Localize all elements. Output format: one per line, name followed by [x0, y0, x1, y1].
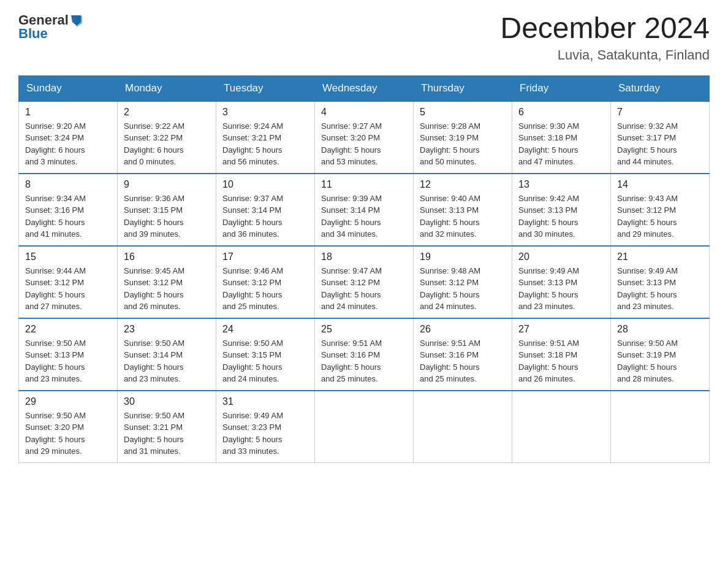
day-info: Sunrise: 9:36 AMSunset: 3:15 PMDaylight:…: [124, 194, 184, 239]
day-info: Sunrise: 9:50 AMSunset: 3:20 PMDaylight:…: [25, 411, 86, 456]
day-info: Sunrise: 9:49 AMSunset: 3:13 PMDaylight:…: [617, 266, 678, 312]
day-info: Sunrise: 9:50 AMSunset: 3:13 PMDaylight:…: [25, 339, 86, 384]
day-info: Sunrise: 9:50 AMSunset: 3:14 PMDaylight:…: [124, 339, 184, 384]
weekday-header-friday: Friday: [512, 75, 611, 101]
calendar-cell: 20 Sunrise: 9:49 AMSunset: 3:13 PMDaylig…: [512, 246, 611, 318]
day-info: Sunrise: 9:50 AMSunset: 3:15 PMDaylight:…: [222, 339, 283, 384]
day-number: 12: [420, 179, 506, 190]
day-number: 23: [124, 324, 210, 335]
svg-marker-1: [77, 16, 82, 27]
location-title: Luvia, Satakunta, Finland: [500, 47, 710, 63]
calendar-week-row: 15 Sunrise: 9:44 AMSunset: 3:12 PMDaylig…: [19, 246, 710, 318]
day-info: Sunrise: 9:47 AMSunset: 3:12 PMDaylight:…: [321, 266, 382, 312]
calendar-cell: 30 Sunrise: 9:50 AMSunset: 3:21 PMDaylig…: [118, 391, 216, 463]
calendar-cell: 11 Sunrise: 9:39 AMSunset: 3:14 PMDaylig…: [315, 174, 414, 246]
weekday-header-wednesday: Wednesday: [315, 75, 414, 101]
weekday-header-sunday: Sunday: [19, 75, 118, 101]
calendar-cell: 15 Sunrise: 9:44 AMSunset: 3:12 PMDaylig…: [19, 246, 118, 318]
calendar-cell: 17 Sunrise: 9:46 AMSunset: 3:12 PMDaylig…: [216, 246, 315, 318]
calendar-cell: 26 Sunrise: 9:51 AMSunset: 3:16 PMDaylig…: [414, 318, 512, 391]
calendar-cell: 19 Sunrise: 9:48 AMSunset: 3:12 PMDaylig…: [414, 246, 512, 318]
day-info: Sunrise: 9:49 AMSunset: 3:23 PMDaylight:…: [222, 411, 283, 456]
calendar-cell: 16 Sunrise: 9:45 AMSunset: 3:12 PMDaylig…: [118, 246, 216, 318]
day-number: 3: [222, 107, 308, 118]
day-number: 24: [222, 324, 308, 335]
calendar-cell: 12 Sunrise: 9:40 AMSunset: 3:13 PMDaylig…: [414, 174, 512, 246]
calendar-cell: 3 Sunrise: 9:24 AMSunset: 3:21 PMDayligh…: [216, 101, 315, 174]
day-info: Sunrise: 9:51 AMSunset: 3:16 PMDaylight:…: [321, 339, 382, 384]
calendar-cell: 6 Sunrise: 9:30 AMSunset: 3:18 PMDayligh…: [512, 101, 611, 174]
calendar-week-row: 22 Sunrise: 9:50 AMSunset: 3:13 PMDaylig…: [19, 318, 710, 391]
day-number: 31: [222, 396, 308, 407]
day-info: Sunrise: 9:50 AMSunset: 3:21 PMDaylight:…: [124, 411, 184, 456]
calendar-cell: 24 Sunrise: 9:50 AMSunset: 3:15 PMDaylig…: [216, 318, 315, 391]
logo-text-blue: Blue: [18, 26, 48, 42]
day-number: 13: [518, 179, 604, 190]
page-header: General Blue December 2024 Luvia, Sataku…: [18, 12, 710, 63]
calendar-cell: 5 Sunrise: 9:28 AMSunset: 3:19 PMDayligh…: [414, 101, 512, 174]
day-info: Sunrise: 9:22 AMSunset: 3:22 PMDaylight:…: [124, 121, 184, 167]
calendar-cell: 10 Sunrise: 9:37 AMSunset: 3:14 PMDaylig…: [216, 174, 315, 246]
day-number: 1: [25, 107, 111, 118]
day-info: Sunrise: 9:20 AMSunset: 3:24 PMDaylight:…: [25, 121, 86, 167]
calendar-week-row: 1 Sunrise: 9:20 AMSunset: 3:24 PMDayligh…: [19, 101, 710, 174]
day-info: Sunrise: 9:24 AMSunset: 3:21 PMDaylight:…: [222, 121, 283, 167]
day-number: 20: [518, 251, 604, 262]
calendar-cell: 2 Sunrise: 9:22 AMSunset: 3:22 PMDayligh…: [118, 101, 216, 174]
day-info: Sunrise: 9:42 AMSunset: 3:13 PMDaylight:…: [518, 194, 579, 239]
calendar-cell: 21 Sunrise: 9:49 AMSunset: 3:13 PMDaylig…: [611, 246, 710, 318]
title-block: December 2024 Luvia, Satakunta, Finland: [500, 12, 710, 63]
weekday-header-row: SundayMondayTuesdayWednesdayThursdayFrid…: [19, 75, 710, 101]
day-info: Sunrise: 9:45 AMSunset: 3:12 PMDaylight:…: [124, 266, 184, 312]
day-info: Sunrise: 9:49 AMSunset: 3:13 PMDaylight:…: [518, 266, 579, 312]
day-info: Sunrise: 9:34 AMSunset: 3:16 PMDaylight:…: [25, 194, 86, 239]
day-info: Sunrise: 9:37 AMSunset: 3:14 PMDaylight:…: [222, 194, 283, 239]
logo: General Blue: [18, 12, 83, 42]
weekday-header-saturday: Saturday: [611, 75, 710, 101]
calendar-cell: 7 Sunrise: 9:32 AMSunset: 3:17 PMDayligh…: [611, 101, 710, 174]
day-number: 30: [124, 396, 210, 407]
calendar-cell: 9 Sunrise: 9:36 AMSunset: 3:15 PMDayligh…: [118, 174, 216, 246]
day-info: Sunrise: 9:40 AMSunset: 3:13 PMDaylight:…: [420, 194, 480, 239]
day-info: Sunrise: 9:48 AMSunset: 3:12 PMDaylight:…: [420, 266, 480, 312]
calendar-cell: 29 Sunrise: 9:50 AMSunset: 3:20 PMDaylig…: [19, 391, 118, 463]
day-number: 27: [518, 324, 604, 335]
calendar-cell: 8 Sunrise: 9:34 AMSunset: 3:16 PMDayligh…: [19, 174, 118, 246]
day-number: 18: [321, 251, 407, 262]
day-number: 14: [617, 179, 703, 190]
calendar-cell: [315, 391, 414, 463]
day-number: 29: [25, 396, 111, 407]
month-title: December 2024: [500, 12, 710, 45]
calendar-cell: 18 Sunrise: 9:47 AMSunset: 3:12 PMDaylig…: [315, 246, 414, 318]
day-number: 8: [25, 179, 111, 190]
day-number: 2: [124, 107, 210, 118]
calendar-cell: [512, 391, 611, 463]
day-number: 16: [124, 251, 210, 262]
calendar-cell: 14 Sunrise: 9:43 AMSunset: 3:12 PMDaylig…: [611, 174, 710, 246]
day-number: 19: [420, 251, 506, 262]
calendar-cell: 22 Sunrise: 9:50 AMSunset: 3:13 PMDaylig…: [19, 318, 118, 391]
day-number: 26: [420, 324, 506, 335]
day-number: 6: [518, 107, 604, 118]
day-number: 22: [25, 324, 111, 335]
calendar-cell: 27 Sunrise: 9:51 AMSunset: 3:18 PMDaylig…: [512, 318, 611, 391]
day-number: 17: [222, 251, 308, 262]
day-info: Sunrise: 9:50 AMSunset: 3:19 PMDaylight:…: [617, 339, 678, 384]
day-number: 21: [617, 251, 703, 262]
day-number: 7: [617, 107, 703, 118]
day-number: 11: [321, 179, 407, 190]
weekday-header-tuesday: Tuesday: [216, 75, 315, 101]
calendar-week-row: 29 Sunrise: 9:50 AMSunset: 3:20 PMDaylig…: [19, 391, 710, 463]
calendar-cell: 23 Sunrise: 9:50 AMSunset: 3:14 PMDaylig…: [118, 318, 216, 391]
day-number: 4: [321, 107, 407, 118]
day-info: Sunrise: 9:43 AMSunset: 3:12 PMDaylight:…: [617, 194, 678, 239]
day-number: 5: [420, 107, 506, 118]
day-info: Sunrise: 9:51 AMSunset: 3:16 PMDaylight:…: [420, 339, 480, 384]
day-info: Sunrise: 9:27 AMSunset: 3:20 PMDaylight:…: [321, 121, 382, 167]
calendar-cell: 4 Sunrise: 9:27 AMSunset: 3:20 PMDayligh…: [315, 101, 414, 174]
day-number: 15: [25, 251, 111, 262]
day-number: 9: [124, 179, 210, 190]
calendar-cell: [414, 391, 512, 463]
calendar-cell: 25 Sunrise: 9:51 AMSunset: 3:16 PMDaylig…: [315, 318, 414, 391]
day-info: Sunrise: 9:51 AMSunset: 3:18 PMDaylight:…: [518, 339, 579, 384]
